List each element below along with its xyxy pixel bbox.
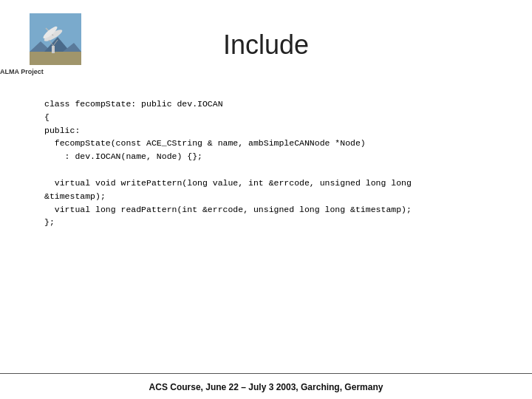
- page-title: Include: [223, 22, 309, 61]
- content-area: class fecompState: public dev.IOCAN { pu…: [30, 98, 502, 229]
- alma-label: ALMA Project: [0, 68, 44, 75]
- svg-rect-1: [30, 52, 81, 65]
- footer: ACS Course, June 22 – July 3 2003, Garch…: [0, 373, 532, 399]
- code-block: class fecompState: public dev.IOCAN { pu…: [44, 98, 502, 229]
- footer-text: ACS Course, June 22 – July 3 2003, Garch…: [149, 382, 383, 392]
- page-container: Include ALMA Project class fecompState: …: [0, 0, 532, 399]
- telescope-icon: [30, 13, 81, 65]
- header-area: Include: [30, 0, 502, 61]
- svg-rect-5: [52, 46, 55, 53]
- logo-area: [30, 13, 81, 68]
